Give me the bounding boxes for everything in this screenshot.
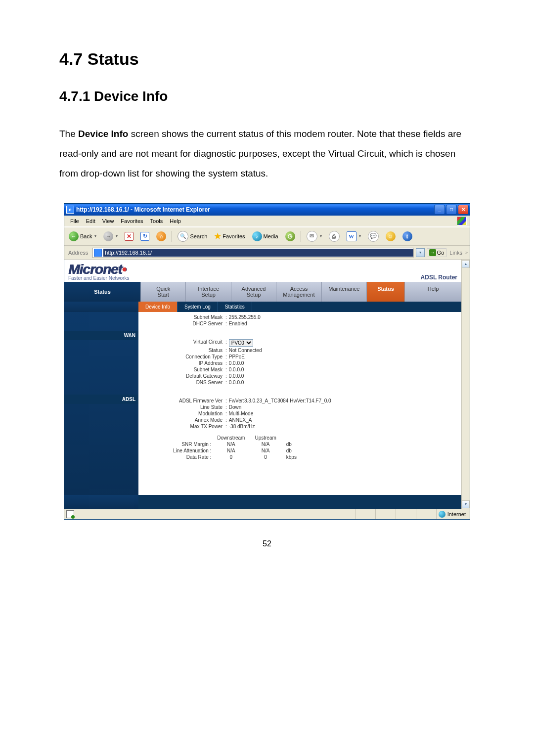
subtab-system-log[interactable]: System Log bbox=[178, 302, 218, 312]
label-wan-status: Status bbox=[138, 348, 224, 353]
address-input[interactable] bbox=[103, 249, 413, 257]
media-button[interactable]: ♪ Media bbox=[250, 230, 281, 243]
row-dhcp-server: DHCP Server: Enabled bbox=[138, 320, 461, 327]
history-button[interactable]: ◷ bbox=[283, 230, 298, 243]
address-input-container[interactable] bbox=[92, 248, 413, 258]
value-line-state: Down bbox=[228, 404, 242, 410]
back-button[interactable]: ← Back bbox=[66, 230, 99, 243]
label-dhcp-server: DHCP Server bbox=[138, 321, 224, 326]
go-arrow-icon: → bbox=[429, 249, 436, 256]
value-modulation: Multi-Mode bbox=[228, 411, 253, 416]
address-label: Address bbox=[66, 250, 90, 256]
edit-button[interactable]: W bbox=[344, 230, 363, 243]
tab-access-management[interactable]: Access Management bbox=[276, 282, 321, 302]
menu-edit[interactable]: Edit bbox=[83, 217, 98, 225]
product-label: ADSL Router bbox=[421, 274, 457, 281]
row-annex-mode: Annex Mode: ANNEX_A bbox=[138, 417, 461, 423]
subtab-device-info[interactable]: Device Info bbox=[138, 302, 178, 312]
row-wan-status: Status: Not Connected bbox=[138, 347, 461, 354]
value-max-tx-power: -38 dBm/Hz bbox=[228, 424, 255, 429]
statusbar-done-icon bbox=[66, 510, 74, 518]
titlebar: e http://192.168.16.1/ - Microsoft Inter… bbox=[64, 204, 470, 216]
back-label: Back bbox=[80, 233, 92, 239]
search-icon: 🔍 bbox=[178, 231, 188, 242]
internet-zone-icon bbox=[439, 511, 445, 518]
forward-button[interactable]: → bbox=[101, 230, 120, 243]
links-label[interactable]: Links bbox=[448, 250, 463, 256]
windows-flag-icon bbox=[457, 217, 467, 225]
label-snr: SNR Margin bbox=[181, 442, 208, 447]
row-data-rate: Data Rate : 0 0 kbps bbox=[168, 454, 302, 460]
row-snr: SNR Margin : N/A N/A db bbox=[168, 441, 302, 447]
row-line-state: Line State: Down bbox=[138, 404, 461, 410]
value-wan-status: Not Connected bbox=[228, 348, 262, 353]
mail-button[interactable]: ✉ bbox=[304, 229, 324, 243]
window-controls: _ □ ✕ bbox=[434, 205, 469, 215]
menu-view[interactable]: View bbox=[99, 217, 117, 225]
star-icon: ★ bbox=[214, 231, 221, 241]
messenger-button[interactable]: ☺ bbox=[383, 230, 398, 243]
print-button[interactable]: ⎙ bbox=[326, 229, 342, 243]
subsection-heading: 4.7.1 Device Info bbox=[59, 89, 475, 104]
virtual-circuit-select[interactable]: PVC0 bbox=[229, 339, 253, 347]
row-connection-type: Connection Type: PPPoE bbox=[138, 354, 461, 360]
refresh-button[interactable]: ↻ bbox=[138, 230, 152, 242]
minimize-button[interactable]: _ bbox=[434, 205, 445, 215]
tab-status[interactable]: Status bbox=[367, 282, 405, 302]
address-favicon-icon bbox=[94, 249, 102, 257]
label-max-tx-power: Max TX Power bbox=[138, 424, 224, 429]
tab-interface-setup[interactable]: Interface Setup bbox=[186, 282, 231, 302]
scroll-track[interactable] bbox=[462, 268, 470, 500]
word-icon: W bbox=[347, 231, 356, 241]
tab-quick-start[interactable]: Quick Start bbox=[141, 282, 186, 302]
vertical-scrollbar[interactable]: ▴ ▾ bbox=[461, 260, 470, 509]
para-bold-term: Device Info bbox=[78, 129, 128, 139]
label-dns-server: DNS Server bbox=[138, 380, 224, 385]
menu-favorites[interactable]: Favorites bbox=[118, 217, 146, 225]
statusbar-cell bbox=[416, 509, 436, 519]
stop-button[interactable]: ✕ bbox=[122, 230, 136, 242]
home-button[interactable]: ⌂ bbox=[154, 230, 169, 243]
menu-help[interactable]: Help bbox=[167, 217, 184, 225]
close-button[interactable]: ✕ bbox=[458, 205, 469, 215]
statusbar-cell bbox=[375, 509, 396, 519]
home-icon: ⌂ bbox=[156, 231, 166, 241]
links-chevron-icon[interactable]: » bbox=[465, 250, 468, 255]
tab-help[interactable]: Help bbox=[405, 282, 461, 302]
row-subnet-mask-lan: Subnet Mask: 255.255.255.0 bbox=[138, 314, 461, 320]
value-snr-down: N/A bbox=[212, 441, 250, 447]
window-title: http://192.168.16.1/ - Microsoft Interne… bbox=[76, 206, 434, 213]
tab-maintenance[interactable]: Maintenance bbox=[322, 282, 367, 302]
brand-logo: Micronet• Faster and Easier Networks bbox=[68, 262, 129, 281]
label-connection-type: Connection Type bbox=[138, 354, 224, 359]
history-icon: ◷ bbox=[285, 231, 295, 241]
scroll-up-button[interactable]: ▴ bbox=[462, 260, 470, 268]
sub-nav: Device Info System Log Statistics bbox=[64, 302, 461, 312]
favorites-button[interactable]: ★ Favorites bbox=[212, 230, 247, 242]
tab-advanced-setup[interactable]: Advanced Setup bbox=[231, 282, 276, 302]
value-subnet-mask: 255.255.255.0 bbox=[228, 314, 261, 320]
discuss-button[interactable]: 💬 bbox=[365, 229, 381, 243]
scroll-down-button[interactable]: ▾ bbox=[462, 500, 470, 508]
bluetooth-button[interactable]: ᚼ bbox=[400, 230, 415, 243]
address-dropdown-button[interactable]: ▾ bbox=[416, 248, 425, 257]
value-dns-server: 0.0.0.0 bbox=[228, 380, 244, 385]
subtab-statistics[interactable]: Statistics bbox=[218, 302, 252, 312]
label-ip-address: IP Address bbox=[138, 360, 224, 366]
row-virtual-circuit: Virtual Circuit: PVC0 bbox=[138, 339, 461, 347]
page-content: Micronet• Faster and Easier Networks ADS… bbox=[64, 260, 461, 509]
value-dr-down: 0 bbox=[212, 454, 250, 460]
maximize-button[interactable]: □ bbox=[446, 205, 457, 215]
menu-tools[interactable]: Tools bbox=[147, 217, 166, 225]
rates-table: Downstream Upstream SNR Margin : N/A N/A… bbox=[168, 435, 302, 460]
unit-dr: kbps bbox=[281, 454, 302, 460]
main-nav: Status Quick Start Interface Setup Advan… bbox=[64, 282, 461, 302]
menu-file[interactable]: File bbox=[67, 217, 82, 225]
toolbar-separator bbox=[172, 231, 172, 242]
unit-snr: db bbox=[281, 441, 302, 447]
search-button[interactable]: 🔍 Search bbox=[175, 229, 210, 243]
branding-row: Micronet• Faster and Easier Networks ADS… bbox=[64, 260, 461, 282]
print-icon: ⎙ bbox=[329, 231, 340, 242]
go-button[interactable]: → Go bbox=[427, 248, 447, 257]
device-info-body: WAN ADSL Subnet Mask: 255.255.255.0 DHCP… bbox=[64, 312, 461, 495]
